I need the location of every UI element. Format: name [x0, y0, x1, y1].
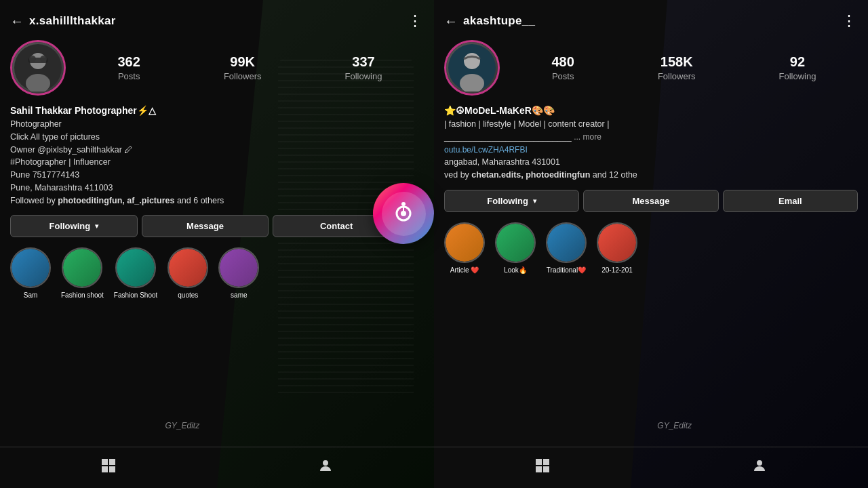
message-button-left[interactable]: Message: [142, 215, 269, 237]
picsart-symbol: [389, 199, 419, 229]
stats-numbers-right: 480 Posts 158K Followers 92 Following: [510, 54, 858, 81]
highlight-look[interactable]: Look🔥: [495, 222, 536, 274]
svg-point-20: [401, 211, 406, 216]
message-label-right: Message: [633, 196, 670, 206]
following-button-left[interactable]: Following ▾: [10, 215, 138, 237]
avatar-svg-left: [14, 44, 62, 92]
menu-dots-left[interactable]: ⋮: [408, 12, 424, 30]
bottom-tabs-right: [434, 447, 868, 485]
bio-name-right: ⭐☮MoDeL-MaKeR🎨🎨: [444, 104, 858, 118]
svg-rect-16: [536, 466, 542, 472]
highlight-img-look: [496, 224, 534, 262]
highlights-row-left: Sam Fashion shoot Fashion Shoot quotes: [10, 247, 424, 299]
message-button-right[interactable]: Message: [583, 190, 718, 212]
grid-icon-left: [100, 458, 117, 474]
action-buttons-left: Following ▾ Message Contact ▾: [10, 215, 424, 237]
highlight-circle-same: [218, 247, 259, 288]
bio-section-right: ⭐☮MoDeL-MaKeR🎨🎨 | fashion | lifestyle | …: [444, 104, 858, 182]
highlight-same[interactable]: same: [218, 247, 259, 299]
posts-stat-right[interactable]: 480 Posts: [552, 54, 574, 81]
menu-dots-right[interactable]: ⋮: [842, 12, 858, 30]
header-bar-right: ← akashtupe__ ⋮: [444, 7, 858, 37]
svg-rect-9: [109, 466, 115, 472]
avatar-left[interactable]: [10, 40, 66, 96]
grid-icon-right: [534, 458, 551, 474]
action-buttons-right: Following ▾ Message Email: [444, 190, 858, 212]
followers-label-right: Followers: [658, 71, 696, 81]
highlight-fashion2[interactable]: Fashion Shoot: [114, 247, 158, 299]
highlight-traditional[interactable]: Traditional❤️: [546, 222, 587, 274]
stats-row-right: 480 Posts 158K Followers 92 Following: [444, 40, 858, 96]
highlight-quotes[interactable]: quotes: [167, 247, 208, 299]
highlight-img-date: [598, 224, 636, 262]
person-icon-left: [317, 458, 334, 474]
bio-line4-right: angabad, Maharashtra 431001: [444, 156, 858, 169]
posts-count-left: 362: [118, 54, 140, 70]
stats-numbers-left: 362 Posts 99K Followers 337 Following: [76, 54, 424, 81]
highlight-circle-fashion2: [115, 247, 156, 288]
highlight-label-fashion2: Fashion Shoot: [114, 291, 158, 299]
highlight-img-traditional: [547, 224, 585, 262]
watermark-left: GY_Editz: [165, 421, 199, 430]
grid-tab-left[interactable]: [100, 458, 117, 478]
more-text-right[interactable]: ... more: [574, 132, 601, 142]
following-button-right[interactable]: Following ▾: [444, 190, 579, 212]
highlight-img-sam: [12, 249, 50, 287]
bio-followed-suffix-right: and 12 othe: [590, 170, 637, 180]
posts-count-right: 480: [552, 54, 574, 70]
svg-point-12: [464, 53, 480, 69]
bio-line7-left: Followed by photoeditingfun, af_.picture…: [10, 195, 424, 207]
message-label-left: Message: [186, 221, 224, 231]
bio-followed-names: photoeditingfun, af_.pictures: [58, 196, 174, 205]
bio-link-right[interactable]: outu.be/LcwZHA4RFBI: [444, 145, 528, 155]
highlight-date[interactable]: 20-12-201: [597, 222, 637, 274]
bio-name-left: Sahil Thakkar Photographer⚡△: [10, 104, 424, 118]
person-tab-right[interactable]: [751, 458, 768, 478]
avatar-right[interactable]: [444, 40, 500, 96]
person-icon-right: [751, 458, 768, 474]
highlight-img-fashion2: [117, 249, 155, 287]
back-button-right[interactable]: ← akashtupe__: [444, 14, 535, 29]
left-profile-panel: ← x.sahilllthakkar ⋮: [0, 0, 434, 488]
highlight-img-same: [220, 249, 258, 287]
bio-line1-left: Photographer: [10, 118, 424, 131]
highlight-label-fashion1: Fashion shoot: [61, 291, 104, 299]
followers-stat-right[interactable]: 158K Followers: [658, 54, 696, 81]
grid-tab-right[interactable]: [534, 458, 551, 478]
highlights-row-right: Article ❤️ Look🔥 Traditional❤️ 20-12-201: [444, 222, 858, 274]
following-label-right: Following: [779, 71, 816, 81]
highlight-img-fashion1: [63, 249, 101, 287]
bio-line6-left: Pune, Maharashtra 411003: [10, 182, 424, 195]
followers-stat-left[interactable]: 99K Followers: [224, 54, 262, 81]
following-stat-right[interactable]: 92 Following: [779, 54, 816, 81]
highlight-fashion1[interactable]: Fashion shoot: [61, 247, 104, 299]
bio-line2-right: ___________________________ ... more: [444, 131, 858, 144]
highlight-circle-fashion1: [62, 247, 102, 288]
svg-point-10: [323, 460, 328, 466]
svg-rect-15: [543, 459, 549, 465]
highlight-img-article: [446, 224, 484, 262]
email-button-right[interactable]: Email: [723, 190, 858, 212]
bio-line3-right: outu.be/LcwZHA4RFBI: [444, 144, 858, 157]
highlight-label-traditional: Traditional❤️: [547, 266, 586, 274]
header-bar-left: ← x.sahilllthakkar ⋮: [10, 7, 424, 37]
posts-stat-left[interactable]: 362 Posts: [118, 54, 140, 81]
following-label-left: Following: [345, 71, 382, 81]
right-profile-panel: ← akashtupe__ ⋮ 480 P: [434, 0, 868, 488]
back-button-left[interactable]: ← x.sahilllthakkar: [10, 14, 116, 29]
followers-label-left: Followers: [224, 71, 262, 81]
highlight-article[interactable]: Article ❤️: [444, 222, 485, 274]
bio-followed-names-right: chetan.edits, photoeditingfun: [471, 170, 590, 180]
highlight-sam[interactable]: Sam: [10, 247, 51, 299]
svg-point-21: [401, 202, 406, 206]
highlight-circle-traditional: [546, 222, 587, 263]
person-tab-left[interactable]: [317, 458, 334, 478]
bio-section-left: Sahil Thakkar Photographer⚡△ Photographe…: [10, 104, 424, 207]
bio-line4-left: #Photographer | Influencer: [10, 156, 424, 169]
highlight-circle-look: [495, 222, 536, 263]
highlight-label-article: Article ❤️: [450, 266, 479, 274]
following-stat-left[interactable]: 337 Following: [345, 54, 382, 81]
highlight-label-quotes: quotes: [178, 291, 198, 299]
avatar-image-left: [12, 42, 64, 94]
following-count-right: 92: [790, 54, 805, 70]
